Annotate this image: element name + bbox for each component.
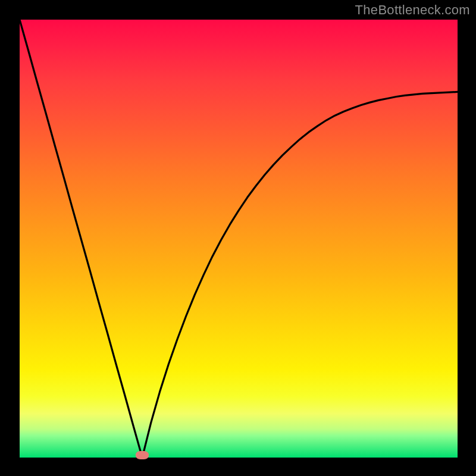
curve-path bbox=[20, 20, 458, 458]
watermark-text: TheBottleneck.com bbox=[355, 2, 470, 18]
chart-frame: TheBottleneck.com bbox=[0, 0, 476, 476]
bottleneck-curve bbox=[20, 20, 458, 458]
plot-area bbox=[20, 20, 458, 458]
minimum-marker bbox=[136, 451, 149, 459]
